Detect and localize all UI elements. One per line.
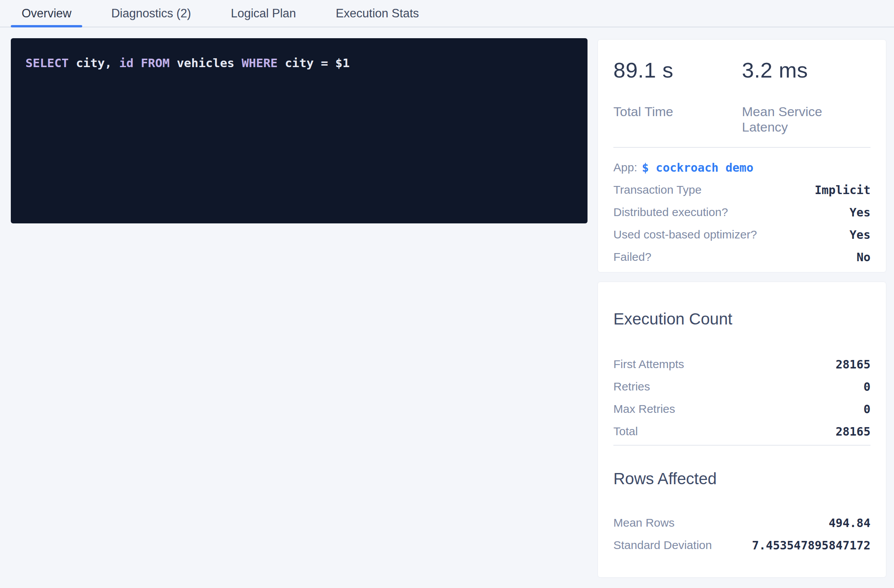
max-retries-value: 0: [864, 402, 870, 416]
execution-count-rows: First Attempts 28165 Retries 0 Max Retri…: [613, 353, 870, 443]
total-row: Total 28165: [613, 420, 870, 443]
summary-divider: [613, 147, 870, 148]
app-row: App: $ cockroach demo: [613, 156, 870, 179]
execution-count-card: Execution Count First Attempts 28165 Ret…: [598, 282, 886, 577]
retries-value: 0: [864, 380, 870, 394]
transaction-type-value: Implicit: [815, 183, 871, 197]
sql-token-where: WHERE: [242, 56, 278, 70]
cost-based-optimizer-label: Used cost-based optimizer?: [613, 228, 757, 241]
app-label: App:: [613, 161, 637, 174]
tab-diagnostics[interactable]: Diagnostics (2): [100, 0, 202, 27]
retries-label: Retries: [613, 380, 650, 393]
execution-count-title: Execution Count: [613, 309, 870, 329]
mean-rows-row: Mean Rows 494.84: [613, 512, 870, 534]
rows-affected-rows: Mean Rows 494.84 Standard Deviation 7.45…: [613, 512, 870, 556]
tab-logical-plan[interactable]: Logical Plan: [220, 0, 307, 27]
mean-service-latency-value: 3.2 ms: [742, 58, 870, 82]
retries-row: Retries 0: [613, 375, 870, 398]
failed-row: Failed? No: [613, 246, 870, 268]
summary-card: 89.1 s Total Time 3.2 ms Mean Service La…: [598, 40, 886, 272]
standard-deviation-label: Standard Deviation: [613, 539, 712, 552]
rows-affected-title: Rows Affected: [613, 469, 870, 489]
standard-deviation-value: 7.453547895847172: [752, 539, 870, 552]
sql-token-predicate: city = $1: [278, 56, 350, 70]
total-value: 28165: [836, 425, 870, 438]
sql-token-select: SELECT: [25, 56, 69, 70]
first-attempts-label: First Attempts: [613, 358, 684, 371]
sql-token-city: city,: [69, 56, 119, 70]
max-retries-label: Max Retries: [613, 402, 675, 416]
total-time-value: 89.1 s: [613, 58, 742, 82]
first-attempts-row: First Attempts 28165: [613, 353, 870, 375]
stat-total-time: 89.1 s Total Time: [613, 58, 742, 135]
sql-statement-box: SELECT city, id FROM vehicles WHERE city…: [11, 38, 588, 223]
stat-mean-service-latency: 3.2 ms Mean Service Latency: [742, 58, 870, 135]
cost-based-optimizer-row: Used cost-based optimizer? Yes: [613, 223, 870, 246]
app-link[interactable]: $ cockroach demo: [642, 161, 753, 174]
summary-stats: 89.1 s Total Time 3.2 ms Mean Service La…: [613, 58, 870, 135]
total-label: Total: [613, 425, 638, 438]
statement-tabs: Overview Diagnostics (2) Logical Plan Ex…: [0, 0, 894, 27]
distributed-execution-label: Distributed execution?: [613, 206, 728, 219]
mean-rows-value: 494.84: [829, 516, 870, 530]
max-retries-row: Max Retries 0: [613, 398, 870, 420]
cost-based-optimizer-value: Yes: [850, 228, 870, 242]
sql-statement-text: SELECT city, id FROM vehicles WHERE city…: [25, 55, 573, 71]
sql-token-space: [134, 56, 141, 70]
distributed-execution-row: Distributed execution? Yes: [613, 201, 870, 223]
distributed-execution-value: Yes: [850, 206, 870, 219]
failed-label: Failed?: [613, 250, 651, 264]
statement-details-sidebar: 89.1 s Total Time 3.2 ms Mean Service La…: [598, 40, 886, 577]
overview-content: SELECT city, id FROM vehicles WHERE city…: [0, 27, 894, 577]
total-time-label: Total Time: [613, 104, 742, 119]
sql-token-id: id: [119, 56, 134, 70]
tab-overview[interactable]: Overview: [11, 0, 82, 27]
tab-execution-stats[interactable]: Execution Stats: [325, 0, 430, 27]
standard-deviation-row: Standard Deviation 7.453547895847172: [613, 534, 870, 556]
failed-value: No: [857, 250, 870, 264]
counts-divider: [613, 445, 870, 446]
mean-service-latency-label: Mean Service Latency: [742, 104, 870, 135]
summary-rows: App: $ cockroach demo Transaction Type I…: [613, 156, 870, 268]
sql-token-from: FROM: [141, 56, 170, 70]
transaction-type-row: Transaction Type Implicit: [613, 179, 870, 201]
first-attempts-value: 28165: [836, 358, 870, 371]
sql-token-vehicles: vehicles: [169, 56, 242, 70]
mean-rows-label: Mean Rows: [613, 516, 674, 529]
transaction-type-label: Transaction Type: [613, 183, 701, 196]
